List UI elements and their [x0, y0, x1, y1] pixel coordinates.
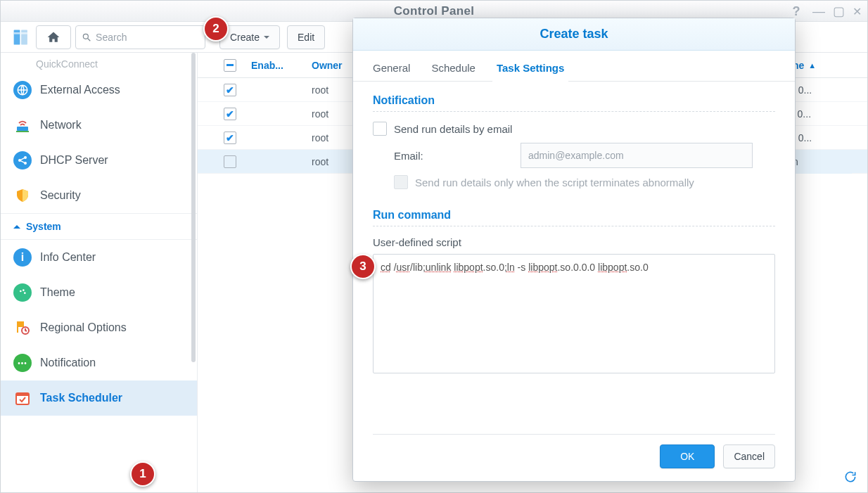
- col-right-header[interactable]: ne▲: [793, 53, 852, 78]
- palette-icon: [13, 283, 32, 302]
- control-panel-window: Control Panel ? — ▢ ✕ Create Edit QuickC…: [0, 0, 868, 493]
- svg-rect-8: [16, 131, 29, 132]
- home-icon: [46, 30, 60, 44]
- user-script-label: User-defined script: [373, 236, 775, 248]
- network-icon: [13, 116, 32, 134]
- sidebar-label: Security: [40, 189, 81, 202]
- header-checkbox[interactable]: [224, 59, 236, 72]
- sidebar-label: Network: [40, 119, 82, 132]
- sidebar: QuickConnect External Access Network DHC…: [1, 53, 198, 492]
- shield-icon: [13, 186, 32, 205]
- svg-point-13: [23, 289, 25, 291]
- sidebar-label: Info Center: [40, 251, 96, 264]
- dialog-body: Notification Send run details by email E…: [353, 82, 795, 373]
- svg-rect-0: [14, 30, 20, 44]
- flag-clock-icon: [13, 319, 32, 337]
- svg-rect-3: [21, 32, 27, 34]
- sidebar-item-regional[interactable]: Regional Options: [1, 310, 197, 345]
- sidebar-item-theme[interactable]: Theme: [1, 275, 197, 310]
- svg-point-14: [24, 292, 26, 294]
- dhcp-icon: [13, 151, 32, 169]
- search-icon: [82, 32, 91, 43]
- row-checkbox[interactable]: [224, 155, 236, 168]
- sidebar-label: Task Scheduler: [40, 392, 122, 404]
- window-title: Control Panel: [394, 4, 474, 18]
- chat-icon: •••: [13, 354, 32, 372]
- sidebar-scrollbar[interactable]: [191, 53, 196, 362]
- sidebar-item-network[interactable]: Network: [1, 108, 197, 143]
- annotation-1: 1: [130, 461, 155, 487]
- col-enabled[interactable]: Enab...: [251, 60, 312, 71]
- svg-rect-19: [16, 393, 29, 396]
- maximize-button[interactable]: ▢: [831, 4, 846, 19]
- truncated-right-column: ne▲ ; 0... ' 0... ; 0... n: [793, 53, 852, 174]
- minimize-button[interactable]: —: [811, 4, 826, 19]
- cancel-button[interactable]: Cancel: [723, 444, 775, 468]
- search-container[interactable]: [75, 25, 205, 49]
- info-icon: i: [13, 248, 32, 267]
- calendar-check-icon: [13, 389, 32, 407]
- tab-task-settings[interactable]: Task Settings: [497, 62, 564, 81]
- caret-up-icon: [13, 222, 20, 229]
- search-input[interactable]: [96, 32, 199, 43]
- sidebar-item-external-access[interactable]: External Access: [1, 72, 197, 108]
- svg-rect-2: [14, 32, 20, 34]
- refresh-icon: [843, 470, 857, 484]
- row-checkbox[interactable]: [224, 84, 236, 96]
- email-field[interactable]: [521, 143, 753, 168]
- sidebar-label: External Access: [40, 84, 120, 96]
- sidebar-group-system[interactable]: System: [1, 213, 197, 240]
- control-panel-icon: [12, 27, 32, 47]
- row-checkbox[interactable]: [224, 108, 236, 120]
- close-button[interactable]: ✕: [849, 4, 864, 19]
- svg-line-5: [88, 38, 91, 41]
- main-toolbar: Create Edit: [219, 25, 325, 49]
- only-abnormal-label: Send run details only when the script te…: [415, 177, 694, 188]
- sidebar-item-notification[interactable]: ••• Notification: [1, 345, 197, 380]
- sidebar-item-security[interactable]: Security: [1, 178, 197, 213]
- refresh-button[interactable]: [841, 467, 860, 487]
- email-label: Email:: [394, 150, 513, 162]
- svg-rect-1: [21, 30, 27, 44]
- globe-icon: [13, 81, 32, 99]
- dialog-footer: OK Cancel: [373, 434, 775, 468]
- sidebar-label: Regional Options: [40, 321, 127, 334]
- only-abnormal-checkbox: [394, 175, 408, 189]
- home-button[interactable]: [36, 25, 71, 49]
- row-checkbox[interactable]: [224, 132, 236, 144]
- tab-general[interactable]: General: [373, 62, 410, 81]
- ok-button[interactable]: OK: [660, 444, 715, 468]
- svg-rect-7: [17, 127, 28, 131]
- sidebar-item-dhcp[interactable]: DHCP Server: [1, 143, 197, 178]
- annotation-2: 2: [203, 16, 229, 41]
- svg-point-12: [20, 290, 22, 293]
- sidebar-item-task-scheduler[interactable]: Task Scheduler: [1, 380, 197, 416]
- dialog-tabs: General Schedule Task Settings: [353, 51, 795, 82]
- svg-rect-16: [17, 321, 18, 333]
- edit-button[interactable]: Edit: [287, 25, 325, 49]
- sort-asc-icon: ▲: [808, 61, 816, 70]
- help-button[interactable]: ?: [789, 4, 804, 19]
- run-command-heading: Run command: [373, 209, 775, 222]
- send-email-label: Send run details by email: [394, 123, 512, 135]
- notification-heading: Notification: [373, 94, 775, 107]
- tab-schedule[interactable]: Schedule: [431, 62, 476, 81]
- sidebar-label: DHCP Server: [40, 154, 108, 167]
- sidebar-item-quickconnect[interactable]: QuickConnect: [1, 56, 197, 72]
- dialog-title: Create task: [353, 18, 795, 51]
- user-script-textarea[interactable]: cd /usr/lib;unlink libpopt.so.0;ln -s li…: [373, 254, 775, 373]
- sidebar-label: Theme: [40, 286, 75, 299]
- annotation-3: 3: [350, 254, 376, 279]
- svg-point-4: [83, 34, 88, 39]
- send-email-checkbox[interactable]: [373, 122, 387, 136]
- sidebar-label: Notification: [40, 357, 96, 369]
- create-task-dialog: Create task General Schedule Task Settin…: [352, 18, 796, 482]
- sidebar-item-info-center[interactable]: i Info Center: [1, 240, 197, 275]
